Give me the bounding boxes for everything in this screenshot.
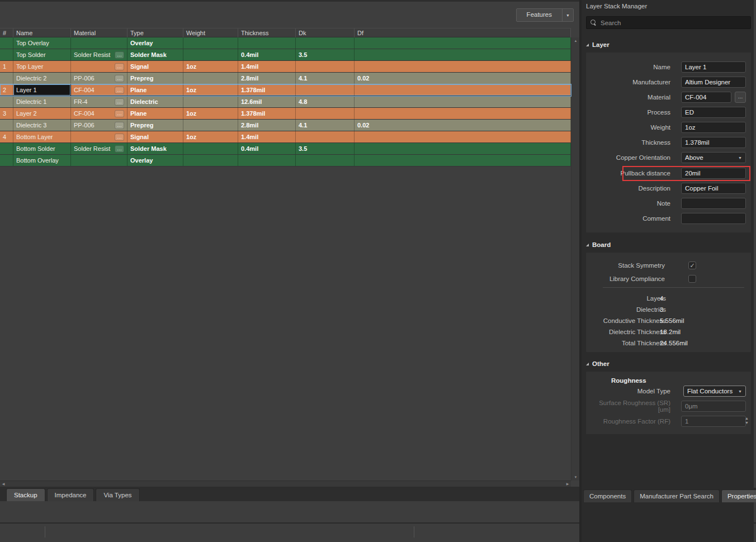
cell-num[interactable] [0, 120, 13, 131]
cell-dk[interactable] [296, 108, 355, 119]
cell-type[interactable]: Overlay [127, 155, 183, 166]
tab-impedance[interactable]: Impedance [47, 488, 94, 501]
cell-num[interactable] [0, 96, 13, 107]
cell-material[interactable]: FR-4… [71, 96, 127, 107]
cell-thickness[interactable]: 1.4mil [238, 61, 296, 72]
features-button-label[interactable]: Features [517, 9, 562, 21]
cell-material[interactable]: … [71, 131, 127, 142]
cell-type[interactable]: Prepreg [127, 73, 183, 84]
board-section-header[interactable]: Board [586, 241, 611, 248]
cell-type[interactable]: Dielectric [127, 96, 183, 107]
cell-dk[interactable] [296, 84, 355, 96]
material-browse-button[interactable]: … [735, 92, 746, 103]
cell-dk[interactable] [296, 131, 355, 142]
features-button[interactable]: Features ▼ [516, 8, 574, 22]
cell-df[interactable] [355, 155, 571, 166]
table-row[interactable]: Dielectric 1FR-4…Dielectric12.6mil4.8 [0, 96, 571, 108]
cell-type[interactable]: Signal [127, 61, 183, 72]
weight-field[interactable] [681, 122, 746, 133]
cell-df[interactable]: 0.02 [355, 120, 571, 131]
cell-weight[interactable]: 1oz [183, 108, 238, 119]
cell-weight[interactable] [183, 37, 238, 49]
cell-thickness[interactable]: 1.4mil [238, 131, 296, 142]
material-ellipsis-button[interactable]: … [115, 63, 124, 70]
cell-material[interactable]: PP-006… [71, 120, 127, 131]
cell-type[interactable]: Solder Mask [127, 143, 183, 154]
cell-dk[interactable] [296, 61, 355, 72]
cell-material[interactable] [71, 37, 127, 49]
cell-name[interactable]: Dielectric 3 [13, 120, 71, 131]
process-field[interactable] [681, 107, 746, 118]
cell-name[interactable]: Bottom Solder [13, 143, 71, 154]
table-row[interactable]: 2Layer 1CF-004…Plane1oz1.378mil [0, 84, 571, 96]
material-ellipsis-button[interactable]: … [115, 134, 124, 141]
cell-thickness[interactable]: 12.6mil [238, 96, 296, 107]
cell-weight[interactable] [183, 155, 238, 166]
cell-material[interactable]: PP-006… [71, 73, 127, 84]
column-header[interactable]: Dk [296, 28, 355, 37]
material-ellipsis-button[interactable]: … [115, 87, 124, 94]
cell-type[interactable]: Plane [127, 84, 183, 96]
cell-dk[interactable] [296, 155, 355, 166]
cell-df[interactable] [355, 49, 571, 60]
material-field[interactable] [681, 92, 731, 103]
scroll-down-icon[interactable]: ▼ [571, 474, 580, 481]
cell-thickness[interactable] [238, 37, 296, 49]
cell-thickness[interactable] [238, 155, 296, 166]
material-ellipsis-button[interactable]: … [115, 98, 124, 106]
cell-weight[interactable]: 1oz [183, 131, 238, 142]
cell-num[interactable] [0, 155, 13, 166]
cell-df[interactable] [355, 37, 571, 49]
cell-dk[interactable]: 4.1 [296, 73, 355, 84]
cell-num[interactable]: 1 [0, 61, 13, 72]
cell-num[interactable] [0, 143, 13, 154]
table-row[interactable]: Bottom SolderSolder Resist…Solder Mask0.… [0, 143, 571, 155]
cell-df[interactable]: 0.02 [355, 73, 571, 84]
model-type-dropdown[interactable]: Flat Conductors ▼ [683, 386, 746, 397]
description-field[interactable] [681, 183, 746, 194]
table-row[interactable]: Top SolderSolder Resist…Solder Mask0.4mi… [0, 49, 571, 61]
tab-stackup[interactable]: Stackup [6, 488, 45, 501]
cell-type[interactable]: Overlay [127, 37, 183, 49]
cell-name[interactable]: Top Solder [13, 49, 71, 60]
tab-via-types[interactable]: Via Types [96, 488, 139, 501]
manufacturer-field[interactable] [681, 77, 746, 88]
table-row[interactable]: 1Top Layer…Signal1oz1.4mil [0, 61, 571, 73]
cell-type[interactable]: Solder Mask [127, 49, 183, 60]
column-header[interactable]: Weight [183, 28, 238, 37]
cell-df[interactable] [355, 131, 571, 142]
cell-dk[interactable]: 4.8 [296, 96, 355, 107]
column-header[interactable]: Df [355, 28, 571, 37]
vertical-scrollbar[interactable]: ▲ ▼ [571, 37, 579, 481]
other-section-header[interactable]: Other [586, 360, 609, 367]
cell-thickness[interactable]: 1.378mil [238, 84, 296, 96]
table-row[interactable]: Top OverlayOverlay [0, 37, 571, 49]
thickness-field[interactable] [681, 137, 746, 148]
cell-weight[interactable] [183, 143, 238, 154]
material-ellipsis-button[interactable]: … [115, 75, 124, 82]
cell-thickness[interactable]: 1.378mil [238, 108, 296, 119]
search-input[interactable] [601, 20, 735, 26]
column-header[interactable]: Name [13, 28, 71, 37]
cell-weight[interactable]: 1oz [183, 84, 238, 96]
cell-thickness[interactable]: 0.4mil [238, 143, 296, 154]
cell-name[interactable]: Top Layer [13, 61, 71, 72]
cell-df[interactable] [355, 143, 571, 154]
cell-type[interactable]: Plane [127, 108, 183, 119]
pullback-distance-field[interactable] [681, 168, 746, 179]
spinner-arrows-icon[interactable]: ▲▼ [745, 416, 749, 425]
cell-dk[interactable]: 3.5 [296, 49, 355, 60]
cell-num[interactable] [0, 49, 13, 60]
cell-num[interactable]: 2 [0, 84, 13, 96]
features-dropdown-arrow-icon[interactable]: ▼ [562, 9, 573, 21]
horizontal-scrollbar[interactable]: ◀ ▶ [0, 481, 571, 487]
cell-dk[interactable]: 3.5 [296, 143, 355, 154]
tab-components[interactable]: Components [583, 489, 632, 502]
cell-name[interactable]: Bottom Layer [13, 131, 71, 142]
material-ellipsis-button[interactable]: … [115, 122, 124, 129]
cell-dk[interactable]: 4.1 [296, 120, 355, 131]
cell-num[interactable] [0, 73, 13, 84]
cell-df[interactable] [355, 84, 571, 96]
cell-name[interactable]: Layer 2 [13, 108, 71, 119]
library-compliance-checkbox[interactable] [688, 275, 696, 283]
